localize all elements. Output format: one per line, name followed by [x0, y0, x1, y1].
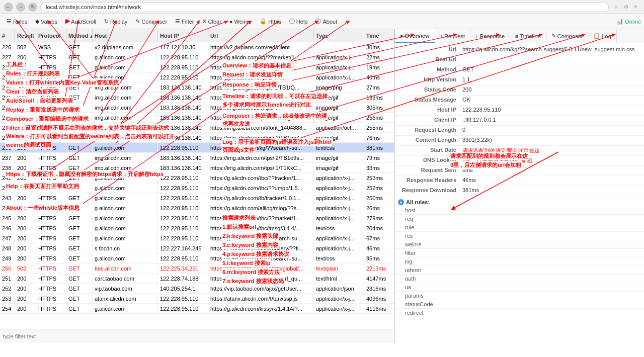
- cell-col-protocol: HTTPS: [36, 193, 66, 203]
- table-row[interactable]: 233200HTTPSGETimg.alicdn.com183.136.138.…: [0, 113, 394, 123]
- table-row[interactable]: 236200HTTPSGETg.alicdn.com122.228.95.110…: [0, 143, 394, 153]
- cell-col-type: application/x-j...: [314, 213, 364, 223]
- rules-button[interactable]: ☰ Rules: [3, 16, 31, 27]
- star-icon[interactable]: ☆: [612, 3, 620, 11]
- table-row[interactable]: 229200HTTPSGETg.alicdn.com122.228.95.110…: [0, 72, 394, 82]
- cell-col-time: 33ms: [364, 163, 394, 172]
- cell-col-hostip: 183.136.138.140: [158, 133, 208, 142]
- cell-col-type: application/x-j...: [314, 52, 364, 62]
- replay-button[interactable]: ↻ Replay: [101, 16, 131, 27]
- table-row[interactable]: 244304HTTPSGETg.alicdn.com122.228.95.110…: [0, 203, 394, 213]
- col-header-protocol: Protocol: [36, 29, 66, 42]
- cell-col-protocol: HTTPS: [36, 153, 66, 162]
- cell-col-method: GET: [66, 62, 93, 72]
- cell-col-time: 67ms: [364, 233, 394, 243]
- weinre-button[interactable]: ● Weinre: [226, 16, 255, 27]
- cell-col-result: 200: [15, 113, 36, 122]
- cell-col-type: image/png: [314, 82, 364, 92]
- cell-col-url: https://img.alicdn.com/tps/...: [208, 103, 314, 112]
- cell-col-url: https://v2.dupians.com/red/client: [208, 42, 314, 52]
- https-button[interactable]: 🔒 Https: [256, 16, 285, 27]
- table-row[interactable]: 242200HTTPSGETg.alicdn.com122.228.95.110…: [0, 183, 394, 193]
- info-row: Request Length0: [395, 126, 644, 136]
- table-row[interactable]: 241200HTTPSGETg.alicdn.com122.228.95.110…: [0, 173, 394, 183]
- cell-col-hostip: 122.228.95.110: [158, 72, 208, 82]
- cell-col-url: https://g.alicdn.com/tbc/??market/1...: [208, 213, 314, 223]
- table-row[interactable]: 254200HTTPSGETg.alicdn.com122.228.95.110…: [0, 304, 394, 314]
- cell-col-num: 231: [0, 93, 15, 102]
- cell-col-time: 204ms: [364, 223, 394, 233]
- cell-col-time: 4147ms: [364, 274, 394, 283]
- tab-response[interactable]: ↓Response: [470, 29, 510, 43]
- table-row[interactable]: 250502HTTPSGETtms.alicdn.com122.225.34.2…: [0, 263, 394, 274]
- table-row[interactable]: 249200HTTPSGETg.alicdn.com122.228.95.110…: [0, 253, 394, 263]
- rules-icon: ☰: [7, 18, 12, 25]
- help-button[interactable]: ⓘ Help: [286, 16, 311, 27]
- cell-col-type: application/x-j...: [314, 243, 364, 253]
- url-text: local.whistlejs.com/index.html#network: [46, 4, 141, 10]
- cell-col-host: img.alicdn.com: [93, 153, 158, 162]
- info-label: Status Message: [395, 96, 460, 104]
- cell-col-hostip: 122.228.95.110: [158, 183, 208, 193]
- tab-overview[interactable]: ●Overview: [395, 29, 435, 43]
- table-row[interactable]: 246200HTTPSGETg.alicdn.com122.228.95.110…: [0, 223, 394, 233]
- cell-col-result: 200: [15, 103, 36, 112]
- cell-col-method: GET: [66, 113, 93, 122]
- filter-icon: ☰: [175, 18, 180, 25]
- table-row[interactable]: 232200HTTPSGETimg.alicdn.com183.136.138.…: [0, 103, 394, 113]
- filter-bar: [0, 329, 394, 343]
- cell-col-method: GET: [66, 213, 93, 223]
- info-value: 0里，且左侧请求的url会加粗: [460, 156, 644, 165]
- cell-col-time: 2213ms: [364, 263, 394, 273]
- menu-icon[interactable]: ≡: [632, 3, 640, 11]
- about-button[interactable]: ⓘ About: [312, 16, 341, 27]
- cell-col-host: img.alicdn.com: [93, 133, 158, 142]
- url-box[interactable]: local.whistlejs.com/index.html#network: [40, 2, 609, 12]
- table-row[interactable]: 252200HTTPSGETvip.taobao.com140.205.254.…: [0, 284, 394, 294]
- back-button[interactable]: ←: [4, 3, 13, 12]
- cell-col-num: 235: [0, 133, 15, 142]
- cell-col-url: https://img.alicdn.com/t/font_1404888...: [208, 123, 314, 132]
- tab-log[interactable]: 📋Log: [588, 29, 616, 43]
- cell-col-protocol: HTTPS: [36, 113, 66, 122]
- table-row[interactable]: 245200HTTPSGETg.alicdn.com122.228.95.110…: [0, 213, 394, 223]
- table-row[interactable]: 251200HTTPSGETcart.taobao.com122.228.74.…: [0, 274, 394, 284]
- table-row[interactable]: 235200HTTPSGETimg.alicdn.com183.136.138.…: [0, 133, 394, 143]
- filter-input[interactable]: [3, 333, 391, 339]
- tab-composer[interactable]: ✎Composer: [546, 29, 589, 43]
- cell-col-method: GET: [66, 274, 93, 283]
- cell-col-time: 22ms: [364, 52, 394, 62]
- table-row[interactable]: 231200HTTPSGETimg.alicdn.com183.136.138.…: [0, 93, 394, 103]
- table-row[interactable]: 226502WSSGETv2.dupians.com117.121.10.30h…: [0, 42, 394, 52]
- table-body[interactable]: 226502WSSGETv2.dupians.com117.121.10.30h…: [0, 42, 394, 329]
- tab-request[interactable]: ↑Request: [435, 29, 470, 43]
- filter-button[interactable]: ☰ Filter: [172, 16, 197, 27]
- values-button[interactable]: ◆ Values: [32, 16, 61, 27]
- cell-col-protocol: HTTPS: [36, 52, 66, 62]
- info-row: Real Url: [395, 55, 644, 65]
- table-row[interactable]: 253200HTTPSGETatanx.alicdn.com122.228.95…: [0, 294, 394, 304]
- clear-button[interactable]: ✕ Clear: [199, 16, 225, 27]
- settings-icon[interactable]: ⚙: [622, 3, 630, 11]
- autoscroll-button[interactable]: ▶ AutoScroll: [62, 16, 100, 27]
- forward-button[interactable]: →: [16, 3, 25, 12]
- table-row[interactable]: 227200HTTPSGETg.alicdn.com122.228.95.110…: [0, 52, 394, 62]
- tab-timeline[interactable]: ≡Timeline: [510, 29, 546, 43]
- table-row[interactable]: 228200HTTPSGETg.alicdn.com122.228.95.110…: [0, 62, 394, 72]
- cell-col-type: application/json: [314, 284, 364, 293]
- table-row[interactable]: 234200HTTPSGETimg.alicdn.com183.136.138.…: [0, 123, 394, 133]
- cell-col-hostip: 122.228.95.110: [158, 213, 208, 223]
- composer-button[interactable]: ✎ Composer: [132, 16, 171, 27]
- table-row[interactable]: 248200HTTPSGETs.tbcdn.cn122.227.164.245h…: [0, 243, 394, 253]
- table-row[interactable]: 238200HTTPSGETimg.alicdn.com183.136.138.…: [0, 163, 394, 173]
- refresh-button[interactable]: ↻: [28, 3, 37, 12]
- cell-col-url: https://tms.alicdn.com/go/rgn/global/...: [208, 263, 314, 273]
- cell-col-type: image/gif: [314, 103, 364, 112]
- cell-col-type: image/gif: [314, 153, 364, 162]
- table-row[interactable]: 247200HTTPSGETg.alicdn.com122.228.95.110…: [0, 233, 394, 243]
- cell-col-num: 236: [0, 143, 15, 152]
- col-header-url: Url: [208, 29, 314, 42]
- table-row[interactable]: 243200HTTPSGETg.alicdn.com122.228.95.110…: [0, 193, 394, 203]
- table-row[interactable]: 237200HTTPSGETimg.alicdn.com183.136.138.…: [0, 153, 394, 163]
- table-row[interactable]: 230200HTTPSGETimg.alicdn.com183.136.138.…: [0, 82, 394, 93]
